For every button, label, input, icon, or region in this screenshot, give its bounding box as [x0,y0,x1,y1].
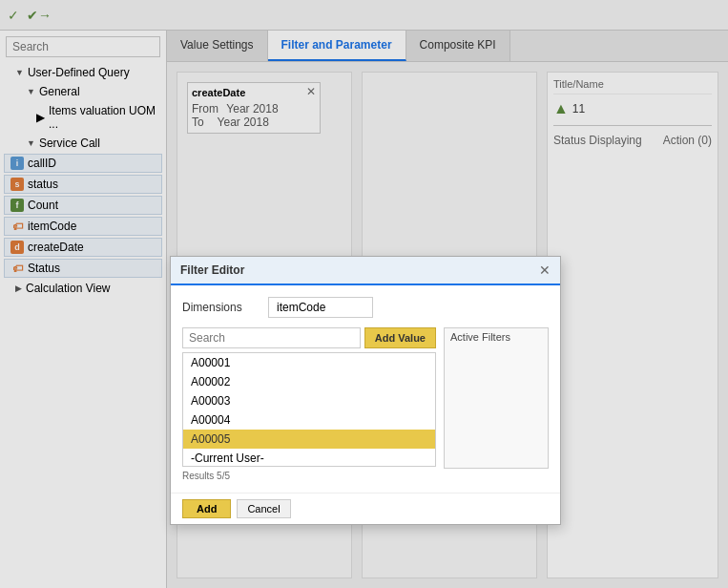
value-list[interactable]: A00001 A00002 A00003 A00004 A00005 -Curr… [182,352,436,467]
value-item-a00004[interactable]: A00004 [183,410,435,430]
filter-list-left: Add Value A00001 A00002 A00003 A00004 A0… [182,327,436,481]
value-item-a00002[interactable]: A00002 [183,372,435,391]
modal-header: Filter Editor ✕ [171,257,560,285]
value-item-a00005[interactable]: A00005 [183,430,435,449]
modal-footer: Add Cancel [171,493,560,524]
filter-editor-modal: Filter Editor ✕ Dimensions itemCode Add … [170,256,561,525]
value-item-a00003[interactable]: A00003 [183,391,435,410]
modal-add-button[interactable]: Add [182,499,231,518]
filter-search-input[interactable] [182,327,361,348]
value-item-current-user[interactable]: -Current User- [183,449,435,467]
active-filters-label: Active Filters [445,328,548,346]
active-filters-panel: Active Filters [444,327,549,469]
search-row: Add Value [182,327,436,348]
modal-cancel-button[interactable]: Cancel [237,499,290,518]
modal-close-btn[interactable]: ✕ [539,262,551,278]
modal-title: Filter Editor [180,263,244,277]
modal-body: Dimensions itemCode Add Value A00001 A00… [171,285,560,493]
dimensions-value: itemCode [268,297,373,318]
dimensions-label: Dimensions [182,301,259,314]
results-text: Results 5/5 [182,471,436,481]
add-value-button[interactable]: Add Value [364,327,436,348]
dimensions-row: Dimensions itemCode [182,297,549,318]
filter-list-area: Add Value A00001 A00002 A00003 A00004 A0… [182,327,549,481]
value-item-a00001[interactable]: A00001 [183,353,435,372]
